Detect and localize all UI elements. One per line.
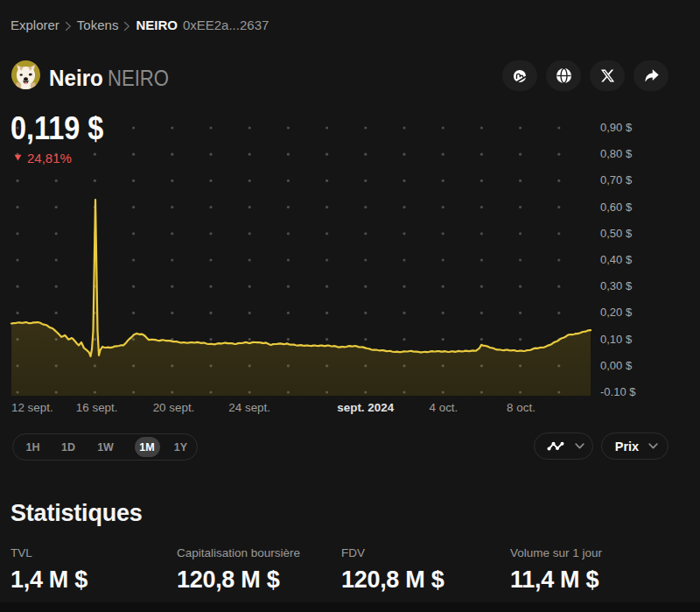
svg-text:0,50 $: 0,50 $ (600, 227, 633, 240)
svg-text:0,80 $: 0,80 $ (600, 147, 633, 160)
svg-text:0,60 $: 0,60 $ (600, 200, 633, 214)
svg-text:24 sept.: 24 sept. (228, 401, 270, 414)
svg-text:0,20 $: 0,20 $ (600, 306, 633, 319)
svg-text:20 sept.: 20 sept. (153, 401, 195, 414)
svg-text:sept. 2024: sept. 2024 (337, 401, 394, 414)
svg-text:0,30 $: 0,30 $ (600, 279, 633, 292)
svg-text:-0.10 $: -0.10 $ (600, 385, 636, 398)
svg-text:0,90 $: 0,90 $ (600, 121, 633, 134)
svg-text:0,70 $: 0,70 $ (600, 173, 633, 186)
svg-text:8 oct.: 8 oct. (507, 401, 536, 414)
svg-text:0,00 $: 0,00 $ (600, 359, 633, 372)
svg-text:4 oct.: 4 oct. (430, 401, 458, 414)
svg-text:12 sept.: 12 sept. (11, 401, 53, 414)
svg-text:0,10 $: 0,10 $ (600, 333, 633, 346)
svg-text:16 sept.: 16 sept. (76, 401, 118, 414)
svg-text:0,40 $: 0,40 $ (600, 253, 633, 266)
